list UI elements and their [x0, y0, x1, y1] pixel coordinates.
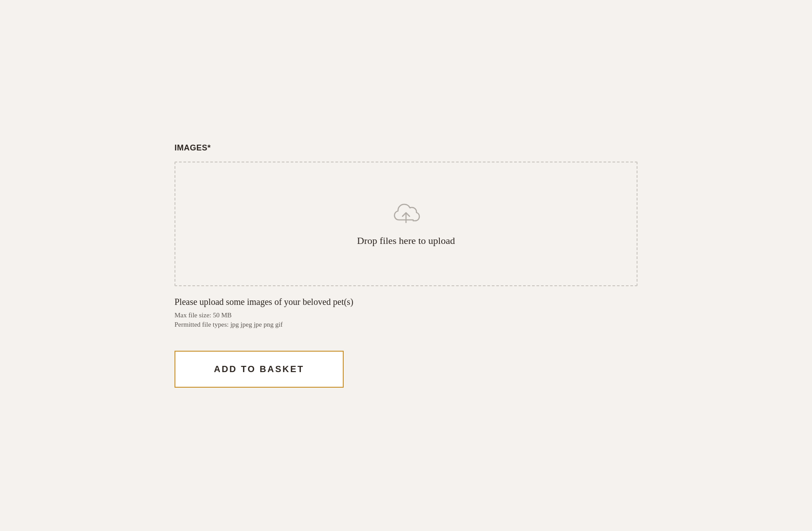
- helper-permitted-types: Permitted file types: jpg jpeg jpe png g…: [175, 321, 637, 328]
- helper-main-text: Please upload some images of your belove…: [175, 297, 637, 307]
- required-marker: *: [207, 143, 211, 152]
- cloud-upload-icon: [392, 201, 420, 228]
- page-container: IMAGES* Drop files here to upload Please…: [139, 117, 673, 414]
- section-label-text: IMAGES: [175, 143, 207, 152]
- dropzone-text: Drop files here to upload: [357, 235, 455, 247]
- section-label: IMAGES*: [175, 143, 637, 153]
- helper-max-size: Max file size: 50 MB: [175, 312, 637, 319]
- helper-section: Please upload some images of your belove…: [175, 297, 637, 328]
- image-dropzone[interactable]: Drop files here to upload: [175, 162, 637, 286]
- add-to-basket-button[interactable]: ADD TO BASKET: [175, 351, 344, 388]
